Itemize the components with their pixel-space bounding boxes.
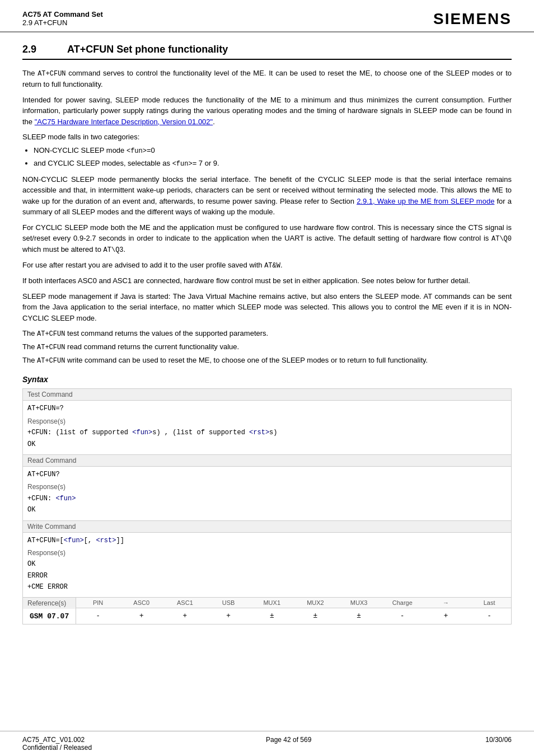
write-cmd-text: AT+CFUN=[<fun>[, <rst>]] bbox=[27, 537, 124, 544]
footer-date: 10/30/06 bbox=[485, 736, 512, 752]
ref-value: GSM 07.07 bbox=[23, 609, 76, 624]
bullet-2: and CYCLIC SLEEP modes, selectable as <f… bbox=[34, 158, 512, 170]
col-mux2: MUX2 bbox=[294, 598, 338, 608]
bullet-1: NON-CYCLIC SLEEP mode <fun>=0 bbox=[34, 145, 512, 157]
page-wrapper: AC75 AT Command Set 2.9 AT+CFUN SIEMENS … bbox=[0, 0, 534, 756]
val-arrow: + bbox=[424, 608, 468, 622]
footer-left: AC75_ATC_V01.002 Confidential / Released bbox=[22, 736, 92, 752]
footer-doc-id: AC75_ATC_V01.002 bbox=[22, 736, 92, 744]
atw-code: AT&W bbox=[264, 262, 280, 270]
val-asc0: + bbox=[120, 608, 163, 622]
write-command-body: AT+CFUN=[<fun>[, <rst>]] Response(s) OK … bbox=[23, 533, 511, 598]
test-command-label: Test Command bbox=[23, 389, 511, 401]
read-command-label: Read Command bbox=[23, 455, 511, 467]
atq0-code: AT\Q0 bbox=[491, 235, 512, 243]
para4: NON-CYCLIC SLEEP mode permanently blocks… bbox=[22, 174, 512, 218]
test-resp-ok: OK bbox=[27, 440, 35, 448]
footer-page: Page 42 of 569 bbox=[266, 736, 311, 752]
write-resp-label: Response(s) bbox=[27, 547, 507, 558]
ref-data-row: - + + + ± ± ± - + - bbox=[76, 608, 511, 622]
page-footer: AC75_ATC_V01.002 Confidential / Released… bbox=[0, 731, 534, 756]
ref-section-label: Reference(s) bbox=[23, 598, 76, 609]
test-cmd-text: AT+CFUN=? bbox=[27, 405, 64, 412]
at-cfun-inline-2: AT+CFUN bbox=[37, 330, 65, 338]
atq3-code: AT\Q3 bbox=[104, 246, 124, 254]
write-cmd-code: AT+CFUN=[<fun>[, <rst>]] bbox=[27, 535, 507, 546]
doc-link: "AC75 Hardware Interface Description, Ve… bbox=[35, 118, 213, 126]
main-content: 2.9 AT+CFUN Set phone functionality The … bbox=[0, 32, 534, 636]
test-resp-line1: +CFUN: (list of supported <fun>s) , (lis… bbox=[27, 429, 278, 436]
para3: SLEEP mode falls in two categories: bbox=[22, 132, 512, 143]
col-usb: USB bbox=[207, 598, 250, 608]
test-cmd-code: AT+CFUN=? bbox=[27, 403, 507, 414]
para11: The AT+CFUN write command can be used to… bbox=[22, 355, 512, 366]
test-resp-code: +CFUN: (list of supported <fun>s) , (lis… bbox=[27, 427, 507, 450]
read-resp-line1: +CFUN: <fun> bbox=[27, 495, 76, 503]
read-cmd-code: AT+CFUN? bbox=[27, 469, 507, 480]
para5: For CYCLIC SLEEP mode both the ME and th… bbox=[22, 222, 512, 256]
val-mux2: ± bbox=[294, 608, 338, 622]
para8: SLEEP mode management if Java is started… bbox=[22, 291, 512, 324]
syntax-heading: Syntax bbox=[22, 375, 512, 384]
col-pin: PIN bbox=[76, 598, 120, 608]
header-logo: SIEMENS bbox=[433, 10, 512, 28]
read-resp-code: +CFUN: <fun> OK bbox=[27, 493, 507, 516]
write-resp-code: OK ERROR +CME ERROR bbox=[27, 558, 507, 593]
col-last: Last bbox=[467, 598, 511, 608]
fun-code-2: <fun> bbox=[172, 160, 193, 168]
para7: If both interfaces ASC0 and ASC1 are con… bbox=[22, 275, 512, 287]
read-command-body: AT+CFUN? Response(s) +CFUN: <fun> OK bbox=[23, 467, 511, 520]
col-asc1: ASC1 bbox=[163, 598, 207, 608]
header-subtitle: 2.9 AT+CFUN bbox=[22, 18, 103, 27]
read-resp-label: Response(s) bbox=[27, 481, 507, 492]
para9: The AT+CFUN test command returns the val… bbox=[22, 328, 512, 339]
at-cfun-inline-3: AT+CFUN bbox=[37, 344, 65, 351]
read-resp-ok: OK bbox=[27, 506, 35, 514]
col-charge: Charge bbox=[381, 598, 424, 608]
ref-left-col: Reference(s) GSM 07.07 bbox=[23, 598, 76, 624]
sleep-categories: NON-CYCLIC SLEEP mode <fun>=0 and CYCLIC… bbox=[34, 145, 512, 170]
para1: The AT+CFUN command serves to control th… bbox=[22, 68, 512, 90]
val-mux3: ± bbox=[337, 608, 381, 622]
header-left: AC75 AT Command Set 2.9 AT+CFUN bbox=[22, 10, 103, 27]
val-last: - bbox=[467, 608, 511, 622]
ref-right-col: PIN ASC0 ASC1 USB MUX1 MUX2 MUX3 Charge … bbox=[76, 598, 511, 624]
ref-header-row: PIN ASC0 ASC1 USB MUX1 MUX2 MUX3 Charge … bbox=[76, 598, 511, 608]
reference-row: Reference(s) GSM 07.07 PIN ASC0 ASC1 USB… bbox=[22, 598, 512, 624]
val-mux1: ± bbox=[250, 608, 294, 622]
section-link: 2.9.1, Wake up the ME from SLEEP mode bbox=[357, 197, 494, 205]
test-command-section: Test Command AT+CFUN=? Response(s) +CFUN… bbox=[22, 388, 512, 455]
test-resp-label: Response(s) bbox=[27, 416, 507, 427]
at-cfun-inline-4: AT+CFUN bbox=[37, 357, 65, 365]
read-cmd-text: AT+CFUN? bbox=[27, 471, 60, 478]
section-heading: 2.9 AT+CFUN Set phone functionality bbox=[22, 44, 512, 60]
header-title: AC75 AT Command Set bbox=[22, 10, 103, 18]
read-command-section: Read Command AT+CFUN? Response(s) +CFUN:… bbox=[22, 455, 512, 521]
col-mux1: MUX1 bbox=[250, 598, 294, 608]
at-cfun-inline-1: AT+CFUN bbox=[38, 70, 65, 78]
val-usb: + bbox=[207, 608, 250, 622]
col-arrow: → bbox=[424, 598, 468, 608]
val-charge: - bbox=[381, 608, 424, 622]
fun-code-1: <fun> bbox=[127, 147, 147, 155]
write-command-label: Write Command bbox=[23, 521, 511, 533]
val-asc1: + bbox=[163, 608, 207, 622]
write-command-section: Write Command AT+CFUN=[<fun>[, <rst>]] R… bbox=[22, 521, 512, 598]
test-command-body: AT+CFUN=? Response(s) +CFUN: (list of su… bbox=[23, 401, 511, 454]
col-mux3: MUX3 bbox=[337, 598, 381, 608]
write-resp-cme: +CME ERROR bbox=[27, 583, 68, 591]
write-resp-error: ERROR bbox=[27, 572, 48, 580]
para10: The AT+CFUN read command returns the cur… bbox=[22, 341, 512, 353]
val-pin: - bbox=[76, 608, 120, 622]
section-number: 2.9 bbox=[22, 44, 50, 55]
write-resp-ok: OK bbox=[27, 560, 35, 568]
para2: Intended for power saving, SLEEP mode re… bbox=[22, 95, 512, 128]
col-asc0: ASC0 bbox=[120, 598, 163, 608]
section-title: AT+CFUN Set phone functionality bbox=[67, 44, 228, 55]
para6: For use after restart you are advised to… bbox=[22, 260, 512, 271]
page-header: AC75 AT Command Set 2.9 AT+CFUN SIEMENS bbox=[0, 0, 534, 32]
footer-confidential: Confidential / Released bbox=[22, 744, 92, 752]
